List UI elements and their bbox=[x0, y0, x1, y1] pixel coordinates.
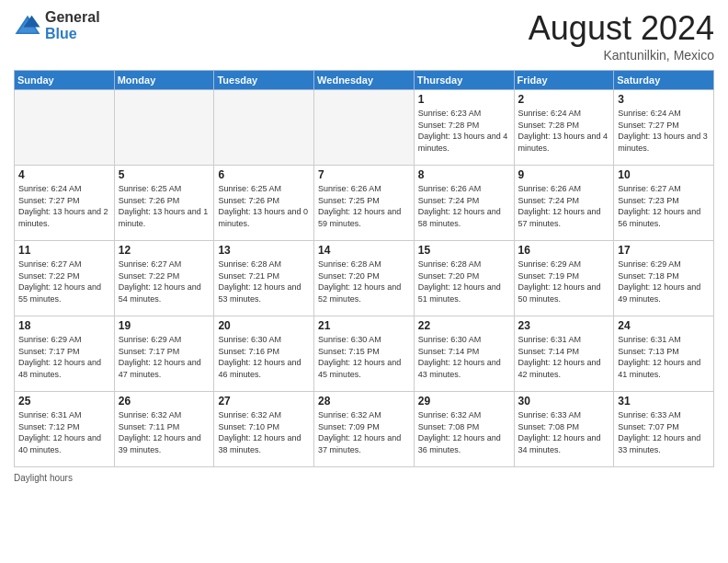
day-info: Sunrise: 6:29 AMSunset: 7:17 PMDaylight:… bbox=[18, 334, 110, 380]
logo: General Blue bbox=[14, 9, 100, 41]
calendar-table: Sunday Monday Tuesday Wednesday Thursday… bbox=[14, 70, 714, 467]
day-info: Sunrise: 6:26 AMSunset: 7:24 PMDaylight:… bbox=[418, 183, 510, 229]
location: Kantunilkin, Mexico bbox=[529, 48, 714, 63]
calendar-cell-4-2: 27Sunrise: 6:32 AMSunset: 7:10 PMDayligh… bbox=[214, 392, 314, 467]
calendar-cell-0-1 bbox=[114, 90, 214, 166]
day-info: Sunrise: 6:23 AMSunset: 7:28 PMDaylight:… bbox=[418, 108, 510, 154]
week-row-3: 11Sunrise: 6:27 AMSunset: 7:22 PMDayligh… bbox=[15, 241, 714, 316]
day-info: Sunrise: 6:28 AMSunset: 7:20 PMDaylight:… bbox=[318, 259, 410, 304]
calendar-cell-0-6: 3Sunrise: 6:24 AMSunset: 7:27 PMDaylight… bbox=[614, 90, 714, 166]
header: General Blue August 2024 Kantunilkin, Me… bbox=[14, 9, 714, 63]
day-info: Sunrise: 6:32 AMSunset: 7:11 PMDaylight:… bbox=[119, 409, 210, 455]
logo-general-text: General bbox=[45, 9, 100, 26]
calendar-cell-0-0 bbox=[15, 90, 115, 166]
calendar-cell-0-3 bbox=[314, 90, 415, 166]
day-number: 23 bbox=[518, 319, 610, 332]
footer-note: Daylight hours bbox=[14, 473, 714, 483]
day-info: Sunrise: 6:24 AMSunset: 7:28 PMDaylight:… bbox=[518, 108, 610, 154]
calendar-cell-4-1: 26Sunrise: 6:32 AMSunset: 7:11 PMDayligh… bbox=[114, 392, 214, 467]
day-info: Sunrise: 6:25 AMSunset: 7:26 PMDaylight:… bbox=[218, 183, 310, 229]
day-number: 22 bbox=[418, 319, 510, 332]
day-number: 7 bbox=[318, 168, 410, 181]
day-number: 15 bbox=[418, 244, 510, 257]
col-sunday: Sunday bbox=[15, 71, 115, 90]
calendar-cell-0-4: 1Sunrise: 6:23 AMSunset: 7:28 PMDaylight… bbox=[414, 90, 514, 166]
week-row-1: 1Sunrise: 6:23 AMSunset: 7:28 PMDaylight… bbox=[15, 90, 714, 166]
calendar-cell-2-1: 12Sunrise: 6:27 AMSunset: 7:22 PMDayligh… bbox=[114, 241, 214, 316]
day-number: 4 bbox=[18, 168, 110, 181]
week-row-4: 18Sunrise: 6:29 AMSunset: 7:17 PMDayligh… bbox=[15, 316, 714, 392]
calendar-cell-1-1: 5Sunrise: 6:25 AMSunset: 7:26 PMDaylight… bbox=[114, 166, 214, 241]
day-info: Sunrise: 6:31 AMSunset: 7:12 PMDaylight:… bbox=[18, 409, 110, 455]
col-wednesday: Wednesday bbox=[314, 71, 415, 90]
page: General Blue August 2024 Kantunilkin, Me… bbox=[0, 0, 728, 563]
calendar-cell-0-5: 2Sunrise: 6:24 AMSunset: 7:28 PMDaylight… bbox=[514, 90, 614, 166]
day-info: Sunrise: 6:26 AMSunset: 7:24 PMDaylight:… bbox=[518, 183, 610, 229]
day-number: 19 bbox=[119, 319, 210, 332]
day-info: Sunrise: 6:28 AMSunset: 7:20 PMDaylight:… bbox=[418, 259, 510, 304]
day-info: Sunrise: 6:24 AMSunset: 7:27 PMDaylight:… bbox=[18, 183, 110, 229]
calendar-cell-3-0: 18Sunrise: 6:29 AMSunset: 7:17 PMDayligh… bbox=[15, 316, 115, 392]
calendar-cell-4-3: 28Sunrise: 6:32 AMSunset: 7:09 PMDayligh… bbox=[314, 392, 415, 467]
day-number: 5 bbox=[119, 168, 210, 181]
day-number: 13 bbox=[218, 244, 310, 257]
day-number: 26 bbox=[119, 395, 210, 408]
day-number: 18 bbox=[18, 319, 110, 332]
week-row-2: 4Sunrise: 6:24 AMSunset: 7:27 PMDaylight… bbox=[15, 166, 714, 241]
day-info: Sunrise: 6:29 AMSunset: 7:19 PMDaylight:… bbox=[518, 259, 610, 304]
day-info: Sunrise: 6:29 AMSunset: 7:17 PMDaylight:… bbox=[119, 334, 210, 380]
day-number: 29 bbox=[418, 395, 510, 408]
day-number: 14 bbox=[318, 244, 410, 257]
day-number: 8 bbox=[418, 168, 510, 181]
day-number: 24 bbox=[618, 319, 710, 332]
day-number: 21 bbox=[318, 319, 410, 332]
logo-text: General Blue bbox=[45, 9, 100, 41]
month-title: August 2024 bbox=[529, 9, 714, 48]
day-number: 3 bbox=[618, 93, 710, 106]
col-saturday: Saturday bbox=[614, 71, 714, 90]
calendar-cell-1-4: 8Sunrise: 6:26 AMSunset: 7:24 PMDaylight… bbox=[414, 166, 514, 241]
calendar-cell-1-5: 9Sunrise: 6:26 AMSunset: 7:24 PMDaylight… bbox=[514, 166, 614, 241]
day-info: Sunrise: 6:32 AMSunset: 7:08 PMDaylight:… bbox=[418, 409, 510, 455]
col-friday: Friday bbox=[514, 71, 614, 90]
day-number: 11 bbox=[18, 244, 110, 257]
day-number: 28 bbox=[318, 395, 410, 408]
day-info: Sunrise: 6:27 AMSunset: 7:22 PMDaylight:… bbox=[119, 259, 210, 304]
day-info: Sunrise: 6:30 AMSunset: 7:15 PMDaylight:… bbox=[318, 334, 410, 380]
day-number: 30 bbox=[518, 395, 610, 408]
day-info: Sunrise: 6:30 AMSunset: 7:16 PMDaylight:… bbox=[218, 334, 310, 380]
logo-icon bbox=[14, 12, 41, 40]
day-info: Sunrise: 6:25 AMSunset: 7:26 PMDaylight:… bbox=[119, 183, 210, 229]
day-number: 27 bbox=[218, 395, 310, 408]
col-thursday: Thursday bbox=[414, 71, 514, 90]
calendar-cell-2-5: 16Sunrise: 6:29 AMSunset: 7:19 PMDayligh… bbox=[514, 241, 614, 316]
day-number: 12 bbox=[119, 244, 210, 257]
day-info: Sunrise: 6:26 AMSunset: 7:25 PMDaylight:… bbox=[318, 183, 410, 229]
day-number: 25 bbox=[18, 395, 110, 408]
col-tuesday: Tuesday bbox=[214, 71, 314, 90]
calendar-cell-1-3: 7Sunrise: 6:26 AMSunset: 7:25 PMDaylight… bbox=[314, 166, 415, 241]
calendar-cell-1-6: 10Sunrise: 6:27 AMSunset: 7:23 PMDayligh… bbox=[614, 166, 714, 241]
day-number: 1 bbox=[418, 93, 510, 106]
day-number: 17 bbox=[618, 244, 710, 257]
calendar-cell-2-3: 14Sunrise: 6:28 AMSunset: 7:20 PMDayligh… bbox=[314, 241, 415, 316]
day-info: Sunrise: 6:32 AMSunset: 7:10 PMDaylight:… bbox=[218, 409, 310, 455]
calendar-cell-1-2: 6Sunrise: 6:25 AMSunset: 7:26 PMDaylight… bbox=[214, 166, 314, 241]
calendar-cell-2-0: 11Sunrise: 6:27 AMSunset: 7:22 PMDayligh… bbox=[15, 241, 115, 316]
day-info: Sunrise: 6:27 AMSunset: 7:23 PMDaylight:… bbox=[618, 183, 710, 229]
calendar-cell-0-2 bbox=[214, 90, 314, 166]
calendar-cell-3-6: 24Sunrise: 6:31 AMSunset: 7:13 PMDayligh… bbox=[614, 316, 714, 392]
day-info: Sunrise: 6:30 AMSunset: 7:14 PMDaylight:… bbox=[418, 334, 510, 380]
day-number: 10 bbox=[618, 168, 710, 181]
calendar-cell-4-4: 29Sunrise: 6:32 AMSunset: 7:08 PMDayligh… bbox=[414, 392, 514, 467]
calendar-header-row: Sunday Monday Tuesday Wednesday Thursday… bbox=[15, 71, 714, 90]
calendar-cell-3-1: 19Sunrise: 6:29 AMSunset: 7:17 PMDayligh… bbox=[114, 316, 214, 392]
logo-blue-text: Blue bbox=[45, 26, 100, 42]
calendar-cell-4-6: 31Sunrise: 6:33 AMSunset: 7:07 PMDayligh… bbox=[614, 392, 714, 467]
calendar-cell-1-0: 4Sunrise: 6:24 AMSunset: 7:27 PMDaylight… bbox=[15, 166, 115, 241]
col-monday: Monday bbox=[114, 71, 214, 90]
day-number: 6 bbox=[218, 168, 310, 181]
title-section: August 2024 Kantunilkin, Mexico bbox=[529, 9, 714, 63]
calendar-cell-2-2: 13Sunrise: 6:28 AMSunset: 7:21 PMDayligh… bbox=[214, 241, 314, 316]
calendar-cell-2-6: 17Sunrise: 6:29 AMSunset: 7:18 PMDayligh… bbox=[614, 241, 714, 316]
